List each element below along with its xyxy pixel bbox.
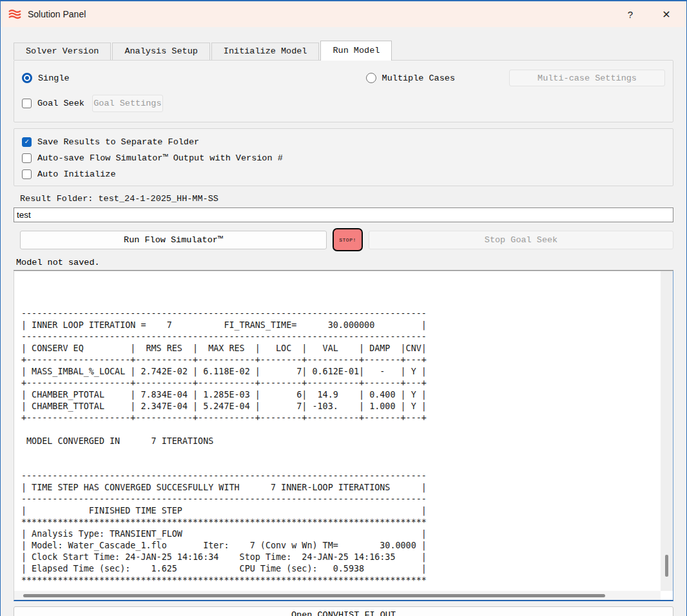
horizontal-scrollbar[interactable] xyxy=(14,591,661,600)
stop-button[interactable]: STOP! xyxy=(333,228,363,251)
options-groupbox: ✓ Save Results to Separate Folder Auto-s… xyxy=(14,128,673,186)
help-icon[interactable]: ? xyxy=(619,5,641,24)
autosave-checkbox[interactable] xyxy=(22,153,32,163)
result-folder-input[interactable] xyxy=(14,207,673,222)
multiple-cases-radio[interactable] xyxy=(366,73,376,83)
auto-initialize-checkbox[interactable] xyxy=(22,169,32,179)
close-icon[interactable]: ✕ xyxy=(655,5,677,24)
vertical-scrollbar[interactable] xyxy=(661,271,673,591)
tab-solver-version[interactable]: Solver Version xyxy=(14,43,111,60)
multiple-cases-radio-label[interactable]: Multiple Cases xyxy=(382,73,455,83)
run-mode-groupbox: Single Multiple Cases Multi-case Setting… xyxy=(14,60,673,122)
tab-analysis-setup[interactable]: Analysis Setup xyxy=(112,43,209,60)
tab-bar: Solver Version Analysis Setup Initialize… xyxy=(14,40,673,60)
save-results-checkbox[interactable]: ✓ xyxy=(22,137,32,147)
action-button-row: Run Flow Simulator™ STOP! Stop Goal Seek xyxy=(14,228,673,251)
single-radio-label[interactable]: Single xyxy=(38,73,70,83)
single-radio[interactable] xyxy=(22,73,32,83)
save-results-checkbox-label[interactable]: Save Results to Separate Folder xyxy=(37,137,199,147)
stop-goal-seek-button[interactable]: Stop Goal Seek xyxy=(369,231,673,249)
goal-seek-checkbox[interactable] xyxy=(22,99,32,108)
goal-settings-button[interactable]: Goal Settings xyxy=(92,95,163,112)
horizontal-scrollbar-thumb[interactable] xyxy=(23,594,605,597)
vertical-scrollbar-thumb[interactable] xyxy=(665,555,668,577)
goal-seek-checkbox-label[interactable]: Goal Seek xyxy=(37,99,84,108)
auto-initialize-checkbox-label[interactable]: Auto Initialize xyxy=(37,169,116,179)
status-text: Model not saved. xyxy=(14,256,673,271)
window-title: Solution Panel xyxy=(28,9,86,19)
autosave-checkbox-label[interactable]: Auto-save Flow Simulator™ Output with Ve… xyxy=(37,153,283,163)
tab-run-model[interactable]: Run Model xyxy=(320,41,392,61)
run-flow-simulator-button[interactable]: Run Flow Simulator™ xyxy=(20,231,327,249)
result-folder-label: Result Folder: test_24-1-2025_HH-MM-SS xyxy=(20,194,673,204)
solver-output-console[interactable]: ----------------------------------------… xyxy=(14,271,673,601)
flow-simulator-wave-icon xyxy=(7,6,23,22)
tab-initialize-model[interactable]: Initialize Model xyxy=(211,43,320,60)
multi-case-settings-button[interactable]: Multi-case Settings xyxy=(509,70,665,86)
console-text: ----------------------------------------… xyxy=(14,271,673,586)
checkmark-icon: ✓ xyxy=(24,139,29,146)
title-bar: Solution Panel ? ✕ xyxy=(1,1,686,27)
open-convhist-button[interactable]: Open CONVHIST_FI.OUT xyxy=(14,606,673,616)
